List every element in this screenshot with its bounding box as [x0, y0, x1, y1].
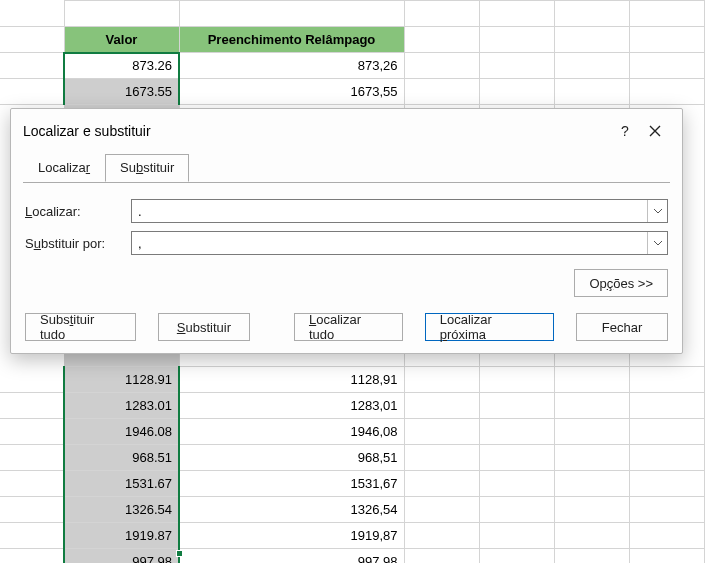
dialog-tabs: Localizar Substituir — [11, 143, 682, 182]
table-cell[interactable]: 997.98 — [64, 549, 179, 564]
replace-input[interactable] — [132, 232, 647, 254]
table-cell[interactable]: 1919.87 — [64, 523, 179, 549]
cell-a2[interactable]: 1673.55 — [64, 79, 179, 105]
table-cell[interactable]: 1946,08 — [179, 419, 404, 445]
options-button[interactable]: Opções >> — [574, 269, 668, 297]
table-cell[interactable]: 1919,87 — [179, 523, 404, 549]
chevron-down-icon[interactable] — [647, 232, 667, 254]
tab-substituir[interactable]: Substituir — [105, 154, 189, 182]
close-icon[interactable] — [640, 117, 670, 145]
find-replace-dialog: Localizar e substituir ? Localizar Subst… — [10, 108, 683, 354]
cell-b2[interactable]: 1673,55 — [179, 79, 404, 105]
table-cell[interactable]: 968.51 — [64, 445, 179, 471]
table-cell[interactable]: 968,51 — [179, 445, 404, 471]
table-cell[interactable]: 1326.54 — [64, 497, 179, 523]
tab-localizar[interactable]: Localizar — [23, 154, 105, 182]
col-header-preenchimento[interactable]: Preenchimento Relâmpago — [179, 27, 404, 53]
replace-label: Substituir por: — [25, 236, 131, 251]
replace-button[interactable]: Substituir — [158, 313, 250, 341]
replace-input-combo[interactable] — [131, 231, 668, 255]
table-cell[interactable]: 1128.91 — [64, 367, 179, 393]
table-cell[interactable]: 1946.08 — [64, 419, 179, 445]
help-button[interactable]: ? — [610, 117, 640, 145]
dialog-title: Localizar e substituir — [23, 123, 151, 139]
table-cell[interactable]: 1531.67 — [64, 471, 179, 497]
table-cell[interactable]: 1531,67 — [179, 471, 404, 497]
replace-all-button[interactable]: Substituir tudo — [25, 313, 136, 341]
table-cell[interactable]: 1128,91 — [179, 367, 404, 393]
selection-handle[interactable] — [176, 550, 183, 557]
table-cell[interactable]: 997,98 — [179, 549, 404, 564]
chevron-down-icon[interactable] — [647, 200, 667, 222]
find-all-button[interactable]: Localizar tudo — [294, 313, 403, 341]
table-cell[interactable]: 1326,54 — [179, 497, 404, 523]
cell-a1[interactable]: 873.26 — [64, 53, 179, 79]
find-label: Localizar: — [25, 204, 131, 219]
table-cell[interactable]: 1283,01 — [179, 393, 404, 419]
find-input[interactable] — [132, 200, 647, 222]
col-header-valor[interactable]: Valor — [64, 27, 179, 53]
close-button[interactable]: Fechar — [576, 313, 668, 341]
find-input-combo[interactable] — [131, 199, 668, 223]
cell-b1[interactable]: 873,26 — [179, 53, 404, 79]
table-cell[interactable]: 1283.01 — [64, 393, 179, 419]
find-next-button[interactable]: Localizar próxima — [425, 313, 554, 341]
